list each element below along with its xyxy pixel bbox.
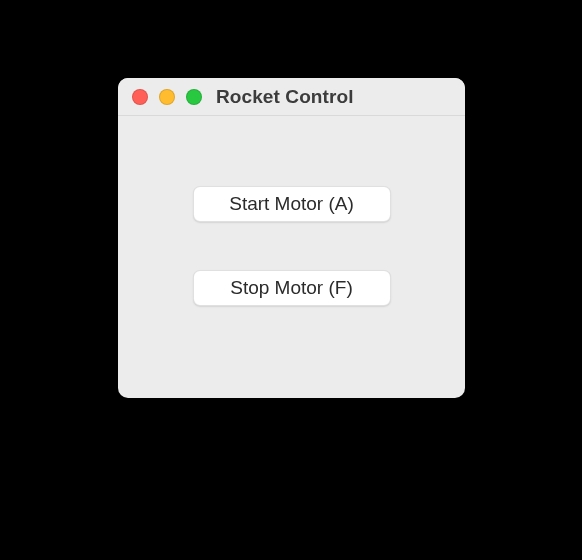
stop-motor-button[interactable]: Stop Motor (F) <box>193 270 391 306</box>
close-icon[interactable] <box>132 89 148 105</box>
titlebar[interactable]: Rocket Control <box>118 78 465 116</box>
window-content: Start Motor (A) Stop Motor (F) <box>118 116 465 306</box>
start-motor-button[interactable]: Start Motor (A) <box>193 186 391 222</box>
zoom-icon[interactable] <box>186 89 202 105</box>
app-window: Rocket Control Start Motor (A) Stop Moto… <box>118 78 465 398</box>
window-title: Rocket Control <box>216 86 354 108</box>
traffic-lights <box>132 89 202 105</box>
minimize-icon[interactable] <box>159 89 175 105</box>
